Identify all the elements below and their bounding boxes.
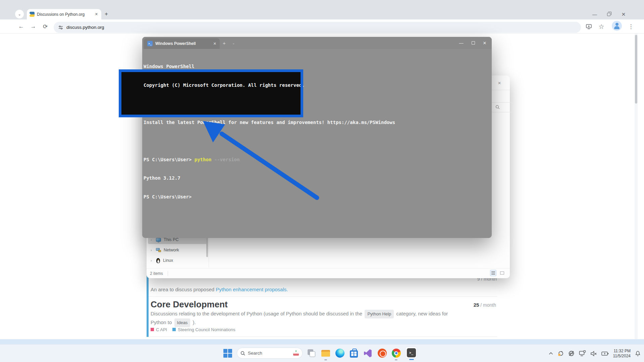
chevron-right-icon[interactable]: › bbox=[151, 258, 153, 262]
no-internet-icon[interactable] bbox=[568, 350, 575, 357]
row-divider bbox=[149, 337, 497, 337]
search-placeholder: Search bbox=[248, 351, 290, 356]
tag-c-api[interactable]: C API bbox=[151, 327, 167, 332]
chrome-icon bbox=[392, 349, 401, 358]
sidebar-item-linux[interactable]: › Linux bbox=[148, 256, 207, 265]
browser-tab[interactable]: Discussions on Python.org ✕ bbox=[27, 9, 101, 19]
browser-restore-button[interactable] bbox=[604, 11, 614, 18]
cast-display-icon[interactable] bbox=[579, 350, 586, 357]
linux-penguin-icon bbox=[156, 258, 160, 263]
visual-studio-button[interactable] bbox=[363, 348, 373, 358]
sidebar-item-network[interactable]: › Network bbox=[148, 246, 207, 254]
avatar-head bbox=[615, 23, 619, 26]
python-favicon bbox=[30, 12, 35, 17]
start-button[interactable] bbox=[223, 348, 233, 358]
site-settings-icon[interactable] bbox=[58, 25, 63, 30]
powershell-new-tab-button[interactable]: + bbox=[223, 40, 226, 46]
running-indicator bbox=[395, 359, 397, 360]
core-tags: C API Steering Council Nominations bbox=[151, 327, 235, 332]
explorer-search-icon bbox=[495, 105, 500, 109]
tag-color-swatch bbox=[151, 328, 154, 331]
explorer-close-button[interactable]: ✕ bbox=[495, 79, 504, 87]
active-indicator bbox=[409, 359, 414, 360]
browser-minimize-button[interactable]: — bbox=[590, 11, 600, 18]
url-text: discuss.python.org bbox=[66, 25, 104, 30]
browser-menu-icon[interactable]: ⋮ bbox=[627, 22, 635, 31]
category-row-core[interactable]: Core Development 25 / month bbox=[151, 299, 496, 310]
status-separator bbox=[168, 271, 168, 276]
clock-time: 11:32 PM bbox=[613, 349, 631, 354]
explorer-status-bar: 2 items bbox=[147, 268, 510, 278]
powershell-titlebar[interactable]: >_ Windows PowerShell ✕ + ⌄ — ✕ bbox=[142, 37, 492, 49]
folder-icon bbox=[321, 350, 330, 357]
screen: ⌄ Discussions on Python.org ✕ + ← → ⟳ di… bbox=[0, 0, 644, 362]
core-title[interactable]: Core Development bbox=[151, 299, 228, 309]
row-divider bbox=[149, 296, 497, 297]
tag-color-swatch bbox=[172, 328, 176, 331]
forward-button[interactable]: → bbox=[29, 22, 38, 31]
new-tab-button[interactable]: + bbox=[105, 11, 108, 17]
explorer-search-box[interactable] bbox=[489, 102, 513, 112]
page-scrollbar-thumb[interactable] bbox=[635, 35, 637, 104]
terminal-icon: >_ bbox=[407, 348, 416, 357]
peps-description: An area to discuss proposed Python enhan… bbox=[149, 286, 497, 294]
microsoft-store-button[interactable] bbox=[349, 348, 359, 358]
sync-update-icon[interactable] bbox=[557, 350, 564, 357]
store-icon bbox=[350, 350, 358, 358]
battery-icon[interactable] bbox=[601, 351, 609, 356]
powershell-tab-close-icon[interactable]: ✕ bbox=[213, 42, 216, 46]
notification-bell-icon[interactable] bbox=[635, 350, 641, 357]
search-highlight-cake-icon[interactable] bbox=[293, 350, 299, 356]
volume-muted-icon[interactable] bbox=[590, 351, 597, 357]
powershell-minimize-button[interactable]: — bbox=[456, 39, 466, 47]
powershell-tab[interactable]: >_ Windows PowerShell ✕ bbox=[144, 38, 220, 49]
terminal-output-highlighted: Windows PowerShell Copyright (C) Microso… bbox=[144, 69, 303, 117]
chevron-right-icon[interactable]: › bbox=[151, 238, 153, 242]
core-description: Discussions relating to the development … bbox=[151, 310, 493, 327]
address-bar[interactable]: discuss.python.org bbox=[54, 22, 581, 33]
reload-button[interactable]: ⟳ bbox=[41, 22, 50, 31]
peps-link[interactable]: Python enhancement proposals. bbox=[216, 287, 288, 292]
bookmark-star-icon[interactable]: ☆ bbox=[597, 22, 606, 31]
back-button[interactable]: ← bbox=[17, 22, 25, 31]
chrome-button[interactable] bbox=[391, 348, 401, 358]
running-indicator bbox=[324, 359, 327, 360]
taskbar-search[interactable]: Search bbox=[237, 348, 303, 359]
tray-expand-icon[interactable] bbox=[549, 352, 553, 355]
ubuntu-button[interactable] bbox=[377, 348, 387, 358]
annotation-highlight-box: Windows PowerShell Copyright (C) Microso… bbox=[119, 69, 303, 117]
chevron-right-icon[interactable]: › bbox=[151, 248, 153, 252]
taskbar: Search >_ bbox=[0, 344, 644, 362]
powershell-maximize-button[interactable] bbox=[468, 39, 478, 47]
ubuntu-icon bbox=[378, 349, 387, 358]
browser-close-button[interactable]: ✕ bbox=[619, 11, 629, 18]
profile-avatar[interactable] bbox=[612, 21, 622, 31]
edge-button[interactable] bbox=[335, 348, 345, 358]
tag-steering-council[interactable]: Steering Council Nominations bbox=[172, 327, 235, 332]
tab-title: Discussions on Python.org bbox=[37, 12, 92, 17]
icons-view-button[interactable] bbox=[499, 270, 505, 276]
terminal-button[interactable]: >_ bbox=[405, 347, 417, 359]
edge-icon bbox=[335, 349, 344, 358]
network-icon bbox=[156, 248, 161, 252]
powershell-icon: >_ bbox=[147, 41, 153, 46]
powershell-dropdown-icon[interactable]: ⌄ bbox=[232, 41, 235, 45]
python-help-badge[interactable]: Python Help bbox=[365, 310, 394, 318]
taskbar-clock[interactable]: 11:32 PM 11/5/2024 bbox=[613, 349, 631, 359]
file-explorer-button[interactable] bbox=[321, 348, 331, 358]
this-pc-icon bbox=[156, 238, 161, 242]
visual-studio-icon bbox=[364, 349, 372, 358]
tab-close-icon[interactable]: ✕ bbox=[94, 12, 99, 16]
tab-search-button[interactable]: ⌄ bbox=[15, 10, 24, 18]
partial-category-row bbox=[0, 339, 644, 344]
search-icon bbox=[240, 351, 245, 356]
details-view-button[interactable] bbox=[490, 270, 496, 276]
item-count: 2 items bbox=[150, 271, 163, 276]
core-rate: 25 / month bbox=[474, 302, 496, 308]
ideas-badge[interactable]: Ideas bbox=[174, 318, 191, 327]
annotation-arrow bbox=[193, 116, 327, 206]
powershell-close-button[interactable]: ✕ bbox=[480, 39, 490, 47]
task-view-button[interactable] bbox=[307, 348, 317, 358]
install-icon[interactable] bbox=[584, 22, 593, 31]
avatar-body bbox=[614, 26, 620, 29]
